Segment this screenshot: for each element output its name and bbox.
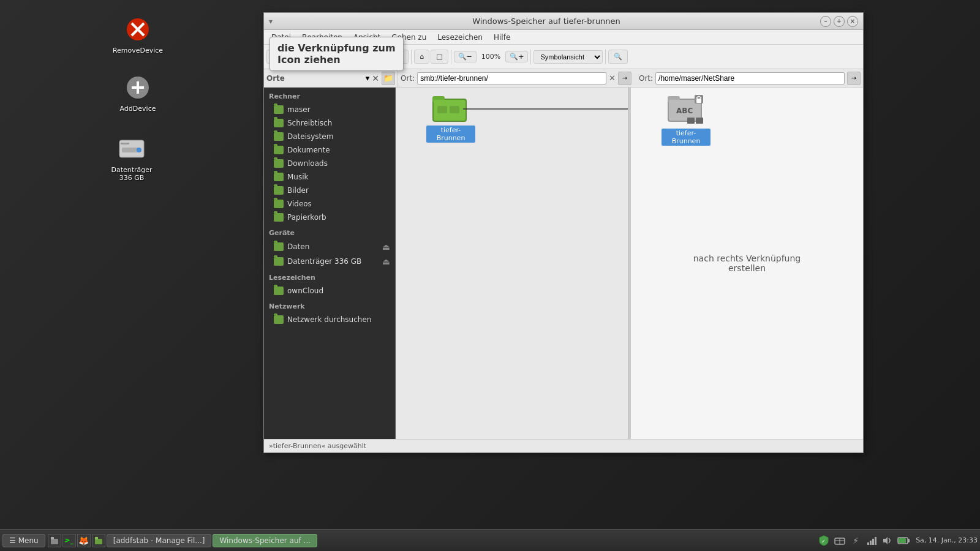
volume-svg [883, 536, 892, 545]
sidebar-item-daten[interactable]: Daten ⏏ [264, 239, 395, 254]
sidebar-item-maser[interactable]: maser [264, 103, 395, 116]
view-mode-selector[interactable]: Symbolansicht Listenansicht Kompaktansic… [533, 50, 603, 64]
terminal-icon: >_ [64, 536, 74, 544]
sidebar-label-datentraeger: Datenträger 336 GB [287, 257, 361, 266]
left-location-clear[interactable]: ✕ [609, 73, 616, 83]
thunar-icon [94, 536, 103, 545]
clock: Sa, 14. Jan., 23:33 [916, 536, 978, 544]
svg-rect-21 [51, 539, 58, 544]
svg-rect-9 [121, 143, 129, 144]
sidebar-section-lesezeichen: Lesezeichen [264, 269, 395, 284]
tray-battery-icon[interactable] [897, 534, 910, 547]
right-tiefer-brunnen-item[interactable]: ABC [662, 94, 710, 146]
sidebar-label-owncloud: ownCloud [287, 287, 323, 295]
sidebar-item-bilder[interactable]: Bilder [264, 184, 395, 197]
right-location-input[interactable] [655, 72, 845, 84]
taskbar-addfstab[interactable]: [addfstab - Manage Fil...] [107, 534, 212, 547]
svg-rect-36 [899, 538, 906, 543]
toolbar-separator-5 [605, 50, 606, 64]
daten-eject-icon[interactable]: ⏏ [382, 242, 390, 252]
close-button[interactable]: × [847, 16, 858, 27]
svg-rect-13 [437, 106, 447, 113]
sidebar-item-videos[interactable]: Videos [264, 197, 395, 211]
home-button[interactable]: ⌂ [414, 50, 429, 64]
menu-button[interactable]: ☰ Menu [2, 534, 45, 547]
musik-folder-icon [274, 173, 284, 181]
desktop-icon-remove-device[interactable]: RemoveDevice [113, 12, 162, 57]
menu-gehen-zu[interactable]: Gehen zu [386, 32, 431, 43]
sidebar-item-dateisystem[interactable]: Dateisystem [264, 130, 395, 143]
remove-device-label: RemoveDevice [113, 47, 163, 54]
tray-bars-icon[interactable] [865, 534, 878, 547]
status-text: »tiefer-Brunnen« ausgewählt [269, 442, 366, 450]
sidebar-item-owncloud[interactable]: ownCloud [264, 284, 395, 298]
menu-bearbeiten[interactable]: Bearbeiten [297, 32, 347, 43]
file-manager-window: ▾ Windows-Speicher auf tiefer-brunnen – … [263, 12, 864, 453]
datentraeger-folder-icon [274, 257, 284, 266]
addfstab-label: [addfstab - Manage Fil...] [113, 536, 205, 545]
sidebar-item-downloads[interactable]: Downloads [264, 157, 395, 170]
left-location-go[interactable]: → [618, 72, 631, 85]
system-tray: ✓ ⚡ [818, 534, 978, 547]
left-location-input[interactable] [417, 72, 606, 84]
new-window-button[interactable]: □ [431, 50, 448, 64]
netzwerk-folder-icon [274, 315, 284, 324]
sidebar-item-dokumente[interactable]: Dokumente [264, 143, 395, 157]
desktop: RemoveDevice AddDevice Datenträger 336 G… [0, 0, 980, 551]
svg-rect-14 [450, 106, 459, 113]
right-folder-container: ABC [668, 94, 704, 127]
tray-bluetooth-icon[interactable]: ⚡ [850, 534, 862, 547]
datentraeger-eject-icon[interactable]: ⏏ [382, 257, 390, 266]
location-folder-button[interactable]: 📁 [382, 72, 395, 85]
right-ort-label: Ort: [639, 74, 653, 83]
left-folder-name: tiefer-Brunnen [426, 126, 475, 143]
sidebar-item-musik[interactable]: Musik [264, 170, 395, 184]
share-icon-1 [687, 118, 695, 124]
sidebar-section-netzwerk: Netzwerk [264, 298, 395, 313]
sidebar-label-schreibtisch: Schreibtisch [287, 119, 332, 127]
papierkorb-folder-icon [274, 213, 284, 222]
menu-ansicht[interactable]: Ansicht [349, 32, 385, 43]
right-location-go[interactable]: → [847, 72, 861, 85]
taskbar-icon-browser[interactable]: 🦊 [77, 534, 91, 547]
menu-lesezeichen[interactable]: Lesezeichen [432, 32, 488, 43]
sidebar-dropdown[interactable]: ▾ [366, 73, 370, 83]
statusbar: »tiefer-Brunnen« ausgewählt [264, 439, 863, 452]
tray-shield-icon[interactable]: ✓ [818, 534, 830, 547]
taskbar-windows-speicher[interactable]: Windows-Speicher auf ... [213, 534, 317, 547]
up-button[interactable]: ↑ [355, 50, 372, 64]
taskbar-icon-terminal[interactable]: >_ [62, 534, 76, 547]
back-button[interactable]: ◀ Zurück ▾ [266, 50, 314, 64]
desktop-icon-datentraeger[interactable]: Datenträger 336 GB [107, 132, 156, 184]
remove-device-icon [123, 15, 153, 44]
zoom-out-button[interactable]: 🔍− [454, 51, 477, 62]
forward-button[interactable]: ▶ Vor ▾ [315, 50, 350, 64]
tray-network-icon[interactable] [834, 534, 846, 547]
tray-volume-icon[interactable] [881, 534, 894, 547]
sidebar-item-papierkorb[interactable]: Papierkorb [264, 211, 395, 224]
orte-label: Orte [266, 74, 285, 83]
sidebar-close-button[interactable]: ✕ [372, 73, 379, 83]
sidebar-item-schreibtisch[interactable]: Schreibtisch [264, 116, 395, 130]
search-button[interactable]: 🔍 [608, 50, 628, 64]
menu-hilfe[interactable]: Hilfe [489, 32, 515, 43]
stop-button[interactable]: ■ [374, 50, 391, 64]
zoom-in-button[interactable]: 🔍+ [505, 51, 528, 62]
taskbar-icon-fm[interactable] [48, 534, 61, 547]
sidebar-label-netzwerk: Netzwerk durchsuchen [287, 315, 371, 324]
svg-point-8 [137, 148, 141, 152]
desktop-icon-add-device[interactable]: AddDevice [113, 70, 162, 115]
sidebar-item-datentraeger-336[interactable]: Datenträger 336 GB ⏏ [264, 254, 395, 269]
reload-button[interactable]: ↺ [392, 50, 409, 64]
sidebar-item-netzwerk[interactable]: Netzwerk durchsuchen [264, 313, 395, 326]
svg-rect-24 [95, 537, 98, 539]
svg-rect-32 [875, 537, 876, 545]
svg-text:✓: ✓ [821, 539, 826, 544]
maximize-button[interactable]: + [834, 16, 845, 27]
left-tiefer-brunnen-item[interactable]: tiefer-Brunnen [426, 94, 475, 143]
taskbar-icon-thunar[interactable] [92, 534, 105, 547]
menu-datei[interactable]: Datei [266, 32, 296, 43]
minimize-button[interactable]: – [820, 16, 831, 27]
toolbar: ◀ Zurück ▾ ▶ Vor ▾ ↑ ■ ↺ ⌂ □ 🔍− 100% 🔍+ … [264, 45, 863, 69]
schreibtisch-folder-icon [274, 119, 284, 127]
